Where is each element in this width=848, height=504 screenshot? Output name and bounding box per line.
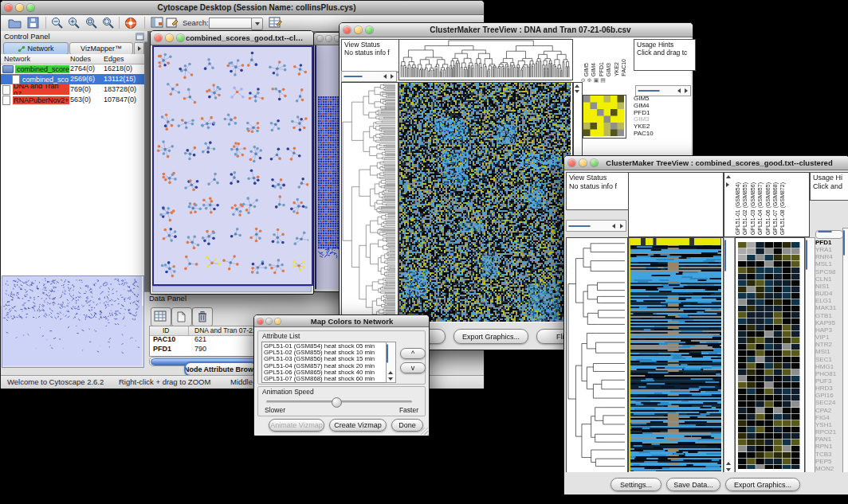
correlation-matrix-frame[interactable] bbox=[583, 95, 626, 139]
scrollbar-thumb[interactable] bbox=[568, 225, 591, 227]
scroll-left-icon[interactable] bbox=[677, 88, 681, 93]
float-panel-icon[interactable] bbox=[135, 33, 144, 41]
birdseye-view[interactable] bbox=[2, 275, 144, 368]
network-row[interactable]: DNA and Tran 07 769(0) 183728(0) bbox=[1, 84, 144, 95]
close-icon[interactable] bbox=[155, 34, 162, 41]
scroll-right-icon[interactable] bbox=[391, 74, 394, 79]
scroll-down-icon[interactable] bbox=[726, 468, 731, 471]
settings-button[interactable]: Settings... bbox=[610, 478, 662, 491]
network-row[interactable]: combined_scores 2764(0) 16218(0) bbox=[1, 64, 144, 74]
gene-list-hscrollbar[interactable] bbox=[815, 230, 843, 239]
tab-overflow-button[interactable] bbox=[134, 42, 144, 55]
zoom-icon[interactable] bbox=[275, 318, 281, 324]
zoom-in-icon[interactable] bbox=[68, 17, 80, 29]
treeview2-title-bar[interactable]: ClusterMaker TreeView : combined_scores_… bbox=[564, 156, 848, 170]
minimize-icon[interactable] bbox=[355, 26, 362, 33]
zoom-view-vscrollbar[interactable] bbox=[805, 237, 815, 474]
zoom-fit-icon[interactable] bbox=[102, 17, 115, 29]
column-dendrogram-frame[interactable] bbox=[628, 172, 724, 237]
tab-vizmapper[interactable]: VizMapper™ bbox=[69, 42, 133, 55]
save-data-button[interactable]: Save Data... bbox=[666, 478, 720, 491]
col-nodes[interactable]: Nodes bbox=[70, 55, 91, 63]
close-icon[interactable] bbox=[5, 4, 12, 11]
treeview1-zoom-icons[interactable]: ⊖⊕▣▤ bbox=[581, 77, 607, 84]
row-dendrogram-canvas[interactable] bbox=[567, 238, 626, 471]
select-attributes-button[interactable] bbox=[151, 307, 171, 326]
open-file-icon[interactable] bbox=[8, 17, 22, 29]
scrollbar-thumb[interactable] bbox=[387, 344, 388, 363]
minimize-icon[interactable] bbox=[266, 318, 272, 324]
search-dropdown-button[interactable] bbox=[251, 18, 263, 30]
scrollbar-thumb[interactable] bbox=[806, 240, 807, 270]
col-id[interactable]: ID bbox=[163, 326, 170, 334]
animate-vizmap-button[interactable]: Animate Vizmap bbox=[269, 419, 324, 432]
export-graphics-button[interactable]: Export Graphics... bbox=[453, 329, 528, 344]
minimize-icon[interactable] bbox=[16, 4, 23, 11]
annotation-icon[interactable] bbox=[166, 17, 179, 29]
new-attribute-button[interactable] bbox=[171, 307, 192, 326]
scroll-down-icon[interactable] bbox=[575, 90, 579, 93]
zoom-heatmap-canvas[interactable] bbox=[738, 242, 800, 469]
column-dendrogram-frame[interactable] bbox=[398, 39, 573, 80]
zoom-icon[interactable] bbox=[177, 34, 184, 41]
zoom-view-frame[interactable] bbox=[735, 237, 805, 474]
row-dendrogram-frame[interactable] bbox=[566, 237, 628, 474]
delete-attribute-button[interactable] bbox=[192, 307, 213, 326]
save-icon[interactable] bbox=[27, 17, 39, 29]
network1-hscrollbar[interactable] bbox=[152, 286, 312, 292]
scrollbar-thumb[interactable] bbox=[843, 230, 845, 256]
close-icon[interactable] bbox=[317, 36, 323, 41]
heatmap-frame[interactable] bbox=[398, 82, 573, 324]
scroll-up-icon[interactable] bbox=[388, 371, 393, 374]
network2-grid-canvas[interactable] bbox=[318, 95, 341, 259]
zoom-icon[interactable] bbox=[27, 4, 34, 11]
help-lifering-icon[interactable] bbox=[124, 17, 137, 29]
search-input[interactable] bbox=[209, 18, 252, 29]
col-network[interactable]: Network bbox=[4, 55, 30, 63]
minimize-icon[interactable] bbox=[166, 34, 173, 41]
close-icon[interactable] bbox=[344, 26, 351, 33]
scroll-left-icon[interactable] bbox=[612, 224, 615, 229]
move-up-button[interactable]: ^ bbox=[400, 348, 426, 359]
network1-canvas-area[interactable] bbox=[152, 45, 313, 286]
scroll-left-icon[interactable] bbox=[383, 74, 387, 79]
row-dendrogram-frame[interactable] bbox=[341, 82, 398, 324]
scrollbar-thumb[interactable] bbox=[344, 76, 363, 77]
export-graphics-button[interactable]: Export Graphics... bbox=[725, 478, 800, 491]
scroll-right-icon[interactable] bbox=[685, 88, 688, 93]
scroll-right-icon[interactable] bbox=[620, 224, 623, 229]
tab-network[interactable]: Network bbox=[3, 42, 69, 55]
network-row[interactable]: RNAPuberNov2+ 563(0) 107847(0) bbox=[1, 95, 144, 105]
scrollbar-thumb[interactable] bbox=[638, 90, 660, 92]
panel-layout-icon[interactable] bbox=[151, 17, 163, 29]
heatmap-vscrollbar[interactable] bbox=[724, 237, 735, 474]
row-dendrogram-canvas[interactable] bbox=[342, 83, 396, 322]
minimize-icon[interactable] bbox=[326, 36, 332, 41]
scrollbar-thumb[interactable] bbox=[818, 231, 832, 232]
heatmap-canvas[interactable] bbox=[629, 238, 721, 471]
close-icon[interactable] bbox=[257, 318, 263, 324]
zoom-out-icon[interactable] bbox=[51, 17, 64, 29]
dialog-title-bar[interactable]: Map Colors to Network bbox=[254, 315, 429, 327]
treeview1-title-bar[interactable]: ClusterMaker TreeView : DNA and Tran 07-… bbox=[340, 23, 693, 37]
attribute-list-vscrollbar[interactable] bbox=[386, 342, 396, 383]
minimize-icon[interactable] bbox=[579, 159, 587, 166]
speed-slider-thumb[interactable] bbox=[332, 397, 342, 408]
network-row-selected[interactable]: combined_sco 2569(6) 13112(15) bbox=[1, 74, 144, 84]
close-icon[interactable] bbox=[568, 159, 575, 166]
view-status-scrollbar[interactable] bbox=[566, 220, 626, 232]
attribute-list[interactable]: GPL51-01 (GSM854) heat shock 05 minGPL51… bbox=[261, 342, 390, 383]
scroll-up-icon[interactable] bbox=[575, 84, 579, 88]
column-dendrogram-canvas[interactable] bbox=[399, 40, 571, 78]
resize-grip[interactable] bbox=[421, 428, 428, 435]
network1-title-bar[interactable]: combined_scores_good.txt--cluste... bbox=[151, 31, 313, 45]
create-vizmap-button[interactable]: Create Vizmap bbox=[329, 419, 387, 432]
heatmap-frame[interactable] bbox=[628, 237, 724, 474]
network-graph-canvas[interactable] bbox=[154, 47, 308, 281]
attribute-table-icon[interactable] bbox=[269, 17, 282, 29]
scrollbar-thumb[interactable] bbox=[724, 240, 726, 272]
zoom-icon[interactable] bbox=[366, 26, 373, 33]
zoom-selected-icon[interactable] bbox=[85, 17, 98, 29]
col-edges[interactable]: Edges bbox=[104, 55, 124, 63]
correlation-matrix-canvas[interactable] bbox=[583, 96, 624, 136]
